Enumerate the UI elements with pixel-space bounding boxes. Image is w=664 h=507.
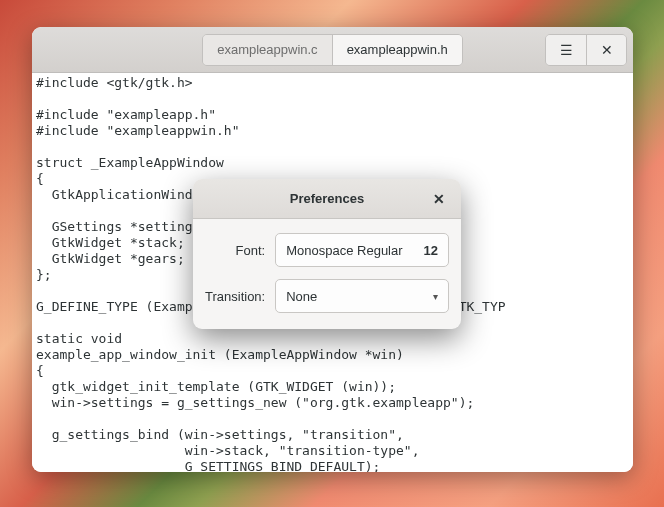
tab-exampleappwin-c[interactable]: exampleappwin.c <box>203 35 331 65</box>
dialog-close-button[interactable]: ✕ <box>425 185 453 213</box>
dialog-title: Preferences <box>290 191 364 206</box>
close-icon: ✕ <box>433 191 445 207</box>
tab-switcher: exampleappwin.c exampleappwin.h <box>202 34 463 66</box>
headerbar: exampleappwin.c exampleappwin.h ☰ ✕ <box>32 27 633 73</box>
font-name: Monospace Regular <box>286 243 402 258</box>
font-size: 12 <box>424 243 438 258</box>
font-button[interactable]: Monospace Regular 12 <box>275 233 449 267</box>
tab-exampleappwin-h[interactable]: exampleappwin.h <box>332 35 462 65</box>
window-close-button[interactable]: ✕ <box>586 35 626 65</box>
transition-combo[interactable]: None ▾ <box>275 279 449 313</box>
chevron-down-icon: ▾ <box>433 291 438 302</box>
dialog-body: Font: Monospace Regular 12 Transition: N… <box>193 219 461 329</box>
dialog-header: Preferences ✕ <box>193 179 461 219</box>
close-icon: ✕ <box>601 42 613 58</box>
transition-value: None <box>286 289 317 304</box>
font-label: Font: <box>205 243 265 258</box>
transition-label: Transition: <box>205 289 265 304</box>
headerbar-controls: ☰ ✕ <box>545 34 627 66</box>
hamburger-icon: ☰ <box>560 42 573 58</box>
preferences-dialog: Preferences ✕ Font: Monospace Regular 12… <box>193 179 461 329</box>
menu-button[interactable]: ☰ <box>546 35 586 65</box>
